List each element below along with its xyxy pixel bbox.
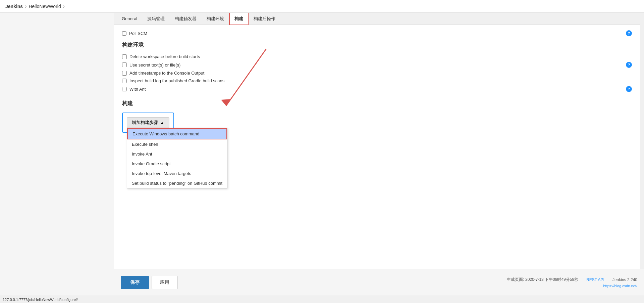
poll-scm-checkbox[interactable] xyxy=(122,31,126,36)
poll-scm-help-icon[interactable]: ? xyxy=(626,30,632,36)
tab-triggers[interactable]: 构建触发器 xyxy=(170,13,202,25)
dropdown-item-3[interactable]: Invoke Gradle script xyxy=(127,159,227,169)
dropdown-item-5[interactable]: Set build status to "pending" on GitHub … xyxy=(127,178,227,188)
status-url: 127.0.0.1:7777/job/HelloNewWorld/configu… xyxy=(3,298,78,302)
scrollbar[interactable] xyxy=(640,13,644,269)
footer-buttons: 保存 应用 xyxy=(0,276,178,289)
build-env-option-0: Delete workspace before build starts xyxy=(122,54,632,59)
job-breadcrumb[interactable]: HelloNewWorld xyxy=(29,4,61,9)
sidebar xyxy=(0,13,114,269)
jenkins-link[interactable]: Jenkins xyxy=(5,4,23,9)
tab-bar: General 源码管理 构建触发器 构建环境 构建 构建后操作 xyxy=(114,13,640,25)
build-env-label-2: Add timestamps to the Console Output xyxy=(129,71,204,76)
build-step-dropdown: Execute Windows batch command Execute sh… xyxy=(127,128,227,188)
content-area: General 源码管理 构建触发器 构建环境 构建 构建后操作 Poll SC… xyxy=(114,13,640,269)
tab-post[interactable]: 构建后操作 xyxy=(249,13,280,25)
build-env-checkbox-2[interactable] xyxy=(122,71,127,76)
add-build-step-button[interactable]: 增加构建步骤 ▲ xyxy=(127,117,169,128)
poll-scm-row: Poll SCM ? xyxy=(122,30,632,36)
footer-link: https://blog.csdn.net/ xyxy=(507,284,637,288)
dropdown-item-4[interactable]: Invoke top-level Maven targets xyxy=(127,169,227,178)
build-env-option-2: Add timestamps to the Console Output xyxy=(122,71,632,76)
build-env-option-4: With Ant ? xyxy=(122,86,632,92)
build-section: 构建 增加构建步骤 ▲ Execute Windows xyxy=(122,100,632,133)
footer-gen-label: 生成页面: 2020-7-13 下午08时49分58秒 xyxy=(507,277,578,283)
build-env-label-3: Inspect build log for published Gradle b… xyxy=(129,78,224,83)
page-content: Poll SCM ? 构建环境 Delete workspace before … xyxy=(114,25,640,269)
build-env-help-icon-1[interactable]: ? xyxy=(626,62,632,68)
add-build-step-wrapper: 增加构建步骤 ▲ Execute Windows batch command E… xyxy=(127,117,169,128)
tab-general[interactable]: General xyxy=(117,13,142,24)
dropdown-item-0[interactable]: Execute Windows batch command xyxy=(127,128,227,139)
apply-button[interactable]: 应用 xyxy=(152,276,178,289)
build-env-label-1: Use secret text(s) or file(s) xyxy=(129,62,180,68)
tab-build[interactable]: 构建 xyxy=(229,13,249,25)
breadcrumb-sep-1: › xyxy=(25,3,26,9)
footer-info: 生成页面: 2020-7-13 下午08时49分58秒 REST API Jen… xyxy=(507,277,644,288)
footer-info-row-1: 生成页面: 2020-7-13 下午08时49分58秒 REST API Jen… xyxy=(507,277,637,283)
save-button[interactable]: 保存 xyxy=(121,276,149,289)
breadcrumb-sep-2: › xyxy=(63,3,65,9)
add-build-step-arrow-icon: ▲ xyxy=(160,120,164,125)
footer-timestamp: 2020-7-13 下午08时49分58秒 xyxy=(525,277,578,282)
status-bar: 127.0.0.1:7777/job/HelloNewWorld/configu… xyxy=(0,296,644,303)
build-env-checkbox-0[interactable] xyxy=(122,54,127,59)
build-env-option-3: Inspect build log for published Gradle b… xyxy=(122,78,632,83)
dropdown-item-1[interactable]: Execute shell xyxy=(127,139,227,149)
footer-version: Jenkins 2.240 xyxy=(612,277,637,282)
build-env-checkbox-4[interactable] xyxy=(122,87,127,91)
build-env-checkbox-3[interactable] xyxy=(122,79,127,83)
build-env-label-4: With Ant xyxy=(129,87,146,92)
build-steps-container: 增加构建步骤 ▲ Execute Windows batch command E… xyxy=(122,113,174,133)
tab-env[interactable]: 构建环境 xyxy=(202,13,229,25)
build-env-title: 构建环境 xyxy=(122,42,632,50)
build-title: 构建 xyxy=(122,100,632,109)
build-env-help-icon-4[interactable]: ? xyxy=(626,86,632,92)
footer: 保存 应用 生成页面: 2020-7-13 下午08时49分58秒 REST A… xyxy=(0,269,644,296)
header: Jenkins › HelloNewWorld › xyxy=(0,0,644,13)
build-env-option-1: Use secret text(s) or file(s) ? xyxy=(122,62,632,68)
tab-source[interactable]: 源码管理 xyxy=(142,13,170,25)
main-container: General 源码管理 构建触发器 构建环境 构建 构建后操作 Poll SC… xyxy=(0,13,644,269)
build-env-checkbox-1[interactable] xyxy=(122,62,127,67)
footer-info-label: 生成页面: xyxy=(507,277,524,282)
build-env-label-0: Delete workspace before build starts xyxy=(129,54,200,59)
poll-scm-label: Poll SCM xyxy=(129,31,147,36)
add-build-step-label: 增加构建步骤 xyxy=(132,120,158,126)
dropdown-item-2[interactable]: Invoke Ant xyxy=(127,149,227,159)
build-env-section: 构建环境 Delete workspace before build start… xyxy=(122,42,632,92)
footer-rest-api[interactable]: REST API xyxy=(586,277,604,282)
